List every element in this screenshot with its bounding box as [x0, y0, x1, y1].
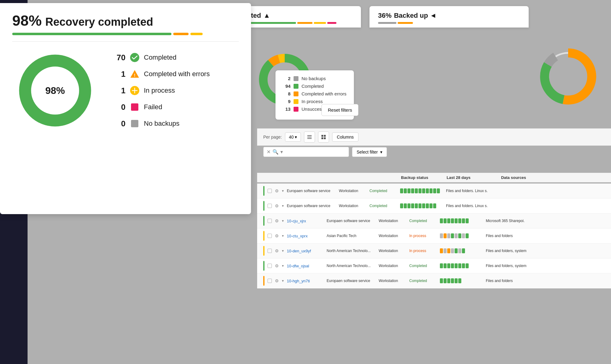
- stats-item-inprocess: 9 In process: [283, 99, 347, 104]
- grid-view-button[interactable]: [318, 132, 329, 143]
- search-row: ✕ 🔍 ▾ Select filter ▾: [257, 147, 611, 157]
- mini-bar: [433, 188, 436, 193]
- gear-icon[interactable]: ⚙: [275, 188, 279, 193]
- table-row: ⚙ ▾ Europaen software service Workstatio…: [257, 184, 611, 199]
- row-checkbox[interactable]: [268, 264, 272, 268]
- columns-button[interactable]: Columns: [332, 132, 358, 142]
- mini-bar: [415, 188, 418, 193]
- grid-icon: [321, 134, 326, 140]
- row-datasource: Files and folders. Linux s.: [446, 189, 501, 193]
- stats-item-nobackups: 2 No backups: [283, 76, 347, 81]
- row-type: Workstation: [379, 264, 406, 268]
- mini-bar: [440, 248, 443, 253]
- svg-rect-11: [321, 135, 323, 137]
- row-company: Europaen software service: [327, 279, 376, 283]
- row-checkbox[interactable]: [268, 204, 272, 208]
- svg-rect-14: [324, 137, 326, 139]
- mini-bar: [466, 233, 469, 238]
- filter-dropdown-icon[interactable]: ▾: [280, 149, 283, 155]
- row-accent: [263, 261, 264, 271]
- mini-bars: [440, 233, 483, 238]
- mini-bar: [447, 278, 450, 283]
- mini-bar: [451, 278, 454, 283]
- mini-bar: [437, 188, 440, 193]
- row-device[interactable]: 10-cju_xjrx: [287, 219, 324, 223]
- list-view-button[interactable]: [304, 132, 315, 143]
- gear-icon[interactable]: ⚙: [275, 278, 279, 283]
- main-panel: 98% Recovery completed 98% 70: [0, 3, 251, 214]
- stats-count-completed: 94: [283, 84, 291, 89]
- mini-bar: [426, 203, 429, 208]
- select-filter-label: Select filter: [357, 150, 378, 154]
- legend: 70 Completed 1 ! Comple: [116, 53, 210, 128]
- row-checkbox[interactable]: [268, 279, 272, 283]
- row-device[interactable]: 10-hgh_yn7ti: [287, 279, 324, 283]
- mini-bars: [440, 278, 483, 283]
- bg-donut-right-svg: [534, 43, 602, 110]
- row-company: Europaen software service: [287, 189, 336, 193]
- search-box[interactable]: ✕ 🔍 ▾: [263, 147, 349, 157]
- row-device[interactable]: 10-den_ux9yf: [287, 249, 324, 253]
- gear-icon[interactable]: ⚙: [275, 233, 279, 238]
- legend-label-completed: Completed: [144, 54, 176, 61]
- chevron-right-icon[interactable]: ▾: [282, 189, 284, 193]
- svg-rect-9: [307, 137, 312, 137]
- chevron-right-icon[interactable]: ▾: [282, 204, 284, 208]
- stats-count-nobackups: 2: [283, 76, 291, 81]
- row-type: Workstation: [379, 279, 406, 283]
- legend-item-errors: 1 ! Completed with errors: [116, 69, 210, 79]
- mini-bar: [422, 203, 425, 208]
- mini-bar: [444, 278, 447, 283]
- pb-gray: [378, 22, 396, 24]
- row-accent: [263, 276, 264, 286]
- search-icon[interactable]: 🔍: [272, 149, 279, 155]
- pb-yellow: [314, 22, 326, 24]
- per-page-row: Per page: 40 ▾ Columns: [257, 128, 611, 146]
- chevron-right-icon[interactable]: ▾: [282, 264, 284, 268]
- donut-section: 98% 70 Completed 1: [12, 48, 239, 133]
- row-checkbox[interactable]: [268, 234, 272, 238]
- chevron-right-icon[interactable]: ▾: [282, 279, 284, 283]
- progress-orange: [173, 33, 189, 35]
- mini-bar: [447, 263, 450, 268]
- chevron-right-icon[interactable]: ▾: [282, 249, 284, 253]
- legend-count-nobackups: 0: [116, 119, 126, 128]
- row-device[interactable]: 10-ctu_xprx: [287, 234, 324, 238]
- chevron-right-icon[interactable]: ▾: [282, 219, 284, 223]
- mini-bar: [433, 203, 436, 208]
- gear-icon[interactable]: ⚙: [275, 248, 279, 253]
- chevron-right-icon[interactable]: ▾: [282, 234, 284, 238]
- row-checkbox[interactable]: [268, 249, 272, 253]
- mini-bar: [447, 233, 450, 238]
- check-circle-icon: [130, 53, 140, 62]
- mini-bar: [455, 218, 458, 223]
- gear-icon[interactable]: ⚙: [275, 218, 279, 223]
- row-company: Europaen software service: [287, 204, 336, 208]
- legend-item-failed: 0 Failed: [116, 102, 210, 112]
- row-checkbox[interactable]: [268, 219, 272, 223]
- per-page-select[interactable]: 40 ▾: [285, 132, 301, 142]
- card2-chevron[interactable]: ▲: [264, 12, 270, 20]
- progress-green: [12, 33, 171, 35]
- clear-icon[interactable]: ✕: [267, 149, 271, 155]
- stats-item-errors: 8 Completed with errors: [283, 91, 347, 96]
- legend-label-failed: Failed: [144, 103, 162, 111]
- row-device[interactable]: 10-dfw_ojsal: [287, 264, 324, 268]
- select-filter-button[interactable]: Select filter ▾: [352, 147, 387, 157]
- mini-bar: [404, 203, 407, 208]
- legend-item-nobackups: 0 No backups: [116, 119, 210, 128]
- mini-bar: [418, 188, 422, 193]
- gear-icon[interactable]: ⚙: [275, 263, 279, 268]
- mini-bar: [411, 203, 414, 208]
- mini-bar: [466, 218, 469, 223]
- select-filter-chevron: ▾: [380, 150, 382, 154]
- stats-count-inprocess: 9: [283, 99, 291, 104]
- gear-icon[interactable]: ⚙: [275, 203, 279, 208]
- row-datasource: Files and folders: [486, 234, 541, 238]
- card3-progress: [378, 22, 520, 24]
- reset-filters-button[interactable]: Reset filters: [321, 104, 358, 116]
- donut-center-label: 98%: [45, 85, 65, 96]
- mini-bar: [444, 218, 447, 223]
- row-checkbox[interactable]: [268, 189, 272, 193]
- svg-rect-10: [307, 138, 312, 139]
